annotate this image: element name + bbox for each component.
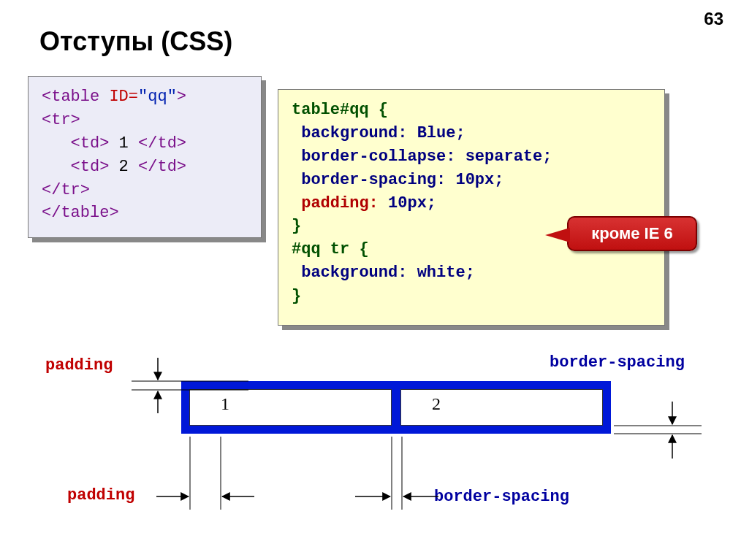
css-code: table#qq { background: Blue; border-coll…: [292, 99, 651, 308]
label-border-spacing-bottom: border-spacing: [434, 488, 569, 506]
html-code-block: <table ID="qq"> <tr> <td> 1 </td> <td> 2…: [28, 76, 262, 238]
table-cell-1: 1: [189, 389, 392, 426]
label-padding-bottom: padding: [67, 486, 134, 505]
callout-except-ie6: кроме IE 6: [567, 216, 697, 251]
page-number: 63: [704, 9, 723, 29]
css-code-block: table#qq { background: Blue; border-coll…: [278, 89, 665, 326]
html-code: <table ID="qq"> <tr> <td> 1 </td> <td> 2…: [42, 85, 248, 225]
page-title: Отступы (CSS): [39, 26, 232, 57]
table-visual: 1 2: [181, 381, 611, 434]
label-padding-top: padding: [45, 356, 113, 375]
label-border-spacing-top: border-spacing: [550, 353, 685, 372]
table-cell-2: 2: [400, 389, 603, 426]
